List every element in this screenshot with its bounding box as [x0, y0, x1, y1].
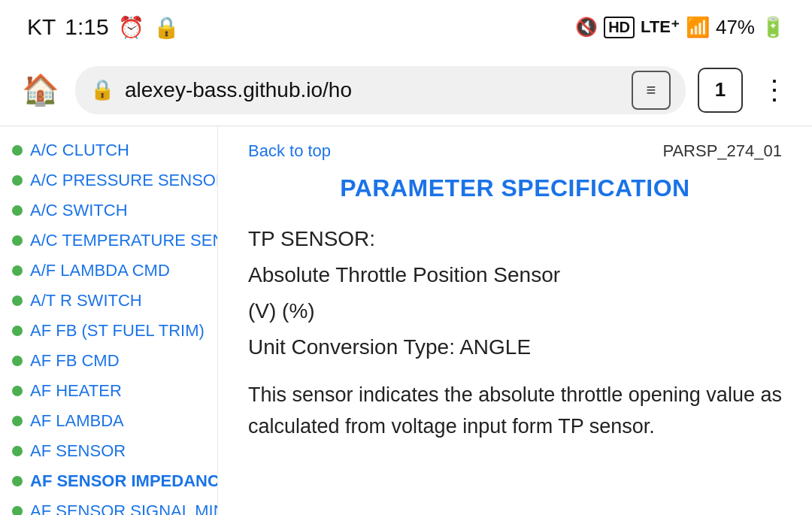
nav-dot-icon	[12, 476, 23, 486]
sidebar-item[interactable]: AF SENSOR	[0, 436, 217, 466]
sidebar: A/C CLUTCHA/C PRESSURE SENSORA/C SWITCHA…	[0, 126, 218, 515]
status-left: KT 1:15 ⏰ 🔒	[27, 14, 180, 40]
tab-count-label: 1	[715, 78, 726, 101]
nav-dot-icon	[12, 145, 23, 156]
alarm-icon: ⏰	[118, 15, 144, 40]
sidebar-item-label: AF SENSOR	[30, 441, 126, 461]
sidebar-item[interactable]: AF FB (ST FUEL TRIM)	[0, 316, 217, 346]
sensor-description: This sensor indicates the absolute throt…	[248, 380, 782, 443]
sidebar-item-label: A/C TEMPERATURE SENSOR	[30, 231, 218, 250]
sidebar-item[interactable]: AF SENSOR IMPEDANCE	[0, 466, 217, 496]
nav-dot-icon	[12, 356, 23, 366]
sensor-units: (V) (%)	[248, 295, 782, 327]
url-bar[interactable]: 🔒 alexey-bass.github.io/ho ≡	[75, 66, 686, 114]
sidebar-item-label: A/C SWITCH	[30, 201, 128, 220]
sidebar-item[interactable]: A/C TEMPERATURE SENSOR	[0, 226, 217, 256]
sidebar-item-label: A/C CLUTCH	[30, 141, 129, 160]
nav-dot-icon	[12, 265, 23, 276]
sidebar-item[interactable]: AF FB CMD	[0, 346, 217, 376]
nav-dot-icon	[12, 416, 23, 426]
home-icon: 🏠	[22, 72, 59, 108]
sidebar-item-label: AF LAMBDA	[30, 411, 124, 431]
sidebar-item-label: AF SENSOR SIGNAL MINUS	[30, 501, 218, 515]
reader-icon: ≡	[647, 80, 656, 100]
content-top-bar: Back to top PARSP_274_01	[248, 141, 782, 161]
sidebar-item-label: A/T R SWITCH	[30, 291, 142, 311]
section-title: PARAMETER SPECIFICATION	[248, 174, 782, 202]
nav-dot-icon	[12, 205, 23, 216]
browser-bar: 🏠 🔒 alexey-bass.github.io/ho ≡ 1 ⋮	[0, 54, 812, 126]
back-to-top-link[interactable]: Back to top	[248, 141, 331, 161]
hd-badge: HD	[604, 17, 635, 38]
more-icon: ⋮	[761, 74, 788, 105]
nav-dot-icon	[12, 386, 23, 396]
nav-dot-icon	[12, 175, 23, 186]
doc-id-label: PARSP_274_01	[662, 141, 782, 161]
signal-icon: 📶	[686, 16, 710, 39]
battery-percent: 47%	[716, 16, 755, 39]
sensor-name: Absolute Throttle Position Sensor	[248, 259, 782, 291]
sidebar-item[interactable]: AF LAMBDA	[0, 406, 217, 436]
sidebar-item-label: AF SENSOR IMPEDANCE	[30, 471, 218, 491]
status-right: 🔇 HD LTE⁺ 📶 47% 🔋	[575, 16, 785, 39]
content-body: TP SENSOR: Absolute Throttle Position Se…	[248, 223, 782, 443]
nav-dot-icon	[12, 326, 23, 336]
url-lock-icon: 🔒	[90, 78, 114, 101]
nav-dot-icon	[12, 235, 23, 246]
nav-dot-icon	[12, 295, 23, 306]
home-button[interactable]: 🏠	[18, 68, 63, 113]
sidebar-item[interactable]: A/C PRESSURE SENSOR	[0, 165, 217, 195]
sensor-type: TP SENSOR:	[248, 223, 782, 255]
main-content: A/C CLUTCHA/C PRESSURE SENSORA/C SWITCHA…	[0, 126, 812, 515]
sidebar-item[interactable]: A/T R SWITCH	[0, 286, 217, 316]
mute-icon: 🔇	[575, 17, 598, 38]
tab-count-button[interactable]: 1	[698, 68, 743, 113]
lte-label: LTE⁺	[641, 17, 680, 37]
sidebar-item-label: A/C PRESSURE SENSOR	[30, 171, 218, 190]
nav-dot-icon	[12, 446, 23, 456]
nav-dot-icon	[12, 506, 23, 515]
sidebar-item-label: A/F LAMBDA CMD	[30, 261, 170, 280]
sidebar-item[interactable]: AF SENSOR SIGNAL MINUS	[0, 496, 217, 515]
carrier-label: KT	[27, 14, 56, 40]
status-bar: KT 1:15 ⏰ 🔒 🔇 HD LTE⁺ 📶 47% 🔋	[0, 0, 812, 54]
url-text: alexey-bass.github.io/ho	[125, 78, 621, 102]
battery-icon: 🔋	[761, 16, 785, 39]
sidebar-item[interactable]: AF HEATER	[0, 376, 217, 406]
more-options-button[interactable]: ⋮	[755, 74, 794, 106]
time-label: 1:15	[65, 14, 108, 40]
sidebar-item-label: AF HEATER	[30, 381, 122, 401]
sidebar-item[interactable]: A/C CLUTCH	[0, 135, 217, 165]
sidebar-item-label: AF FB (ST FUEL TRIM)	[30, 321, 205, 341]
content-panel: Back to top PARSP_274_01 PARAMETER SPECI…	[218, 126, 812, 515]
lock-status-icon: 🔒	[153, 15, 180, 40]
sidebar-item[interactable]: A/F LAMBDA CMD	[0, 256, 217, 286]
sidebar-item[interactable]: A/C SWITCH	[0, 195, 217, 226]
unit-conversion: Unit Conversion Type: ANGLE	[248, 332, 782, 363]
sidebar-item-label: AF FB CMD	[30, 351, 120, 371]
reader-mode-button[interactable]: ≡	[632, 71, 671, 110]
